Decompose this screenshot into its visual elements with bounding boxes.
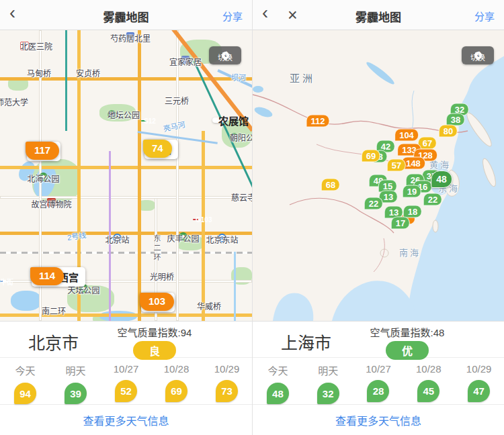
more-weather-link[interactable]: 查看更多天气信息	[83, 412, 169, 428]
map-label-text: 牛街	[0, 277, 13, 287]
aqi-pin-marker[interactable]: 57	[387, 159, 406, 172]
map-switch-button[interactable]: ⇄ 切换	[209, 46, 241, 64]
map-label-box: 农展馆	[212, 117, 224, 123]
map-label-text: 庆丰公园	[167, 232, 200, 244]
share-button[interactable]: 分享	[222, 9, 243, 23]
forecast-day-label: 明天	[65, 363, 85, 377]
map-label-text: 三元桥	[165, 95, 189, 106]
header-left: ‹ 雾霾地图 分享	[0, 0, 252, 30]
forecast-aqi-pin: 45	[417, 380, 439, 402]
aqi-pin-marker[interactable]: 17	[391, 217, 410, 230]
map-label-text: 故宫博物院	[32, 198, 72, 209]
map-label-text: G103	[196, 216, 212, 224]
header-right: ‹ × 雾霾地图 分享	[253, 0, 504, 30]
forecast-column: 今天48	[253, 358, 303, 404]
forecast-day-label: 10/28	[164, 363, 190, 375]
forecast-day-label: 10/27	[114, 363, 139, 375]
map-label-text: 坝河	[231, 72, 246, 83]
map-label-text: 慈云寺桥	[231, 191, 252, 203]
map-label-place: ♣地坛公园	[108, 110, 116, 119]
forecast-day-label: 10/28	[416, 363, 442, 375]
more-weather-row: 查看更多天气信息	[253, 404, 504, 435]
map-label-text: 北京东站	[206, 234, 239, 245]
map-label-place: ♣朝阳公	[230, 133, 239, 142]
map-label-place: ♣北海公园	[39, 173, 48, 181]
more-weather-link[interactable]: 查看更多天气信息	[335, 412, 421, 428]
forecast-column: 明天39	[50, 358, 101, 404]
aqi-summary: 空气质量指数:48 优	[347, 325, 468, 360]
forecast-aqi-pin: 39	[65, 383, 87, 404]
share-button[interactable]: 分享	[474, 9, 495, 23]
forecast-column: 10/2947	[454, 358, 504, 404]
map-label-text: 华威桥	[197, 300, 221, 311]
forecast-day-label: 10/27	[366, 363, 391, 375]
forecast-column: 10/2752	[101, 358, 151, 404]
china-overview-map[interactable]: 亚洲黄海东海南海 1123238801046742133869128148573…	[253, 30, 504, 321]
aqi-pin-marker[interactable]: 69	[362, 150, 380, 162]
marker-aqi-value: 114	[30, 267, 64, 285]
forecast-day-label: 今天	[15, 363, 35, 377]
forecast-day-label: 今天	[267, 363, 288, 377]
map-label-badge-blue: 牛街	[0, 281, 3, 282]
forecast-aqi-pin: 94	[14, 383, 36, 404]
map-label-place: ⌂宜家家居	[181, 56, 190, 64]
map-label-text: 南二环	[42, 305, 66, 316]
map-label-place: +北医三院	[20, 42, 29, 50]
aqi-index-text: 空气质量指数:94	[94, 325, 215, 339]
map-label-text: 东二环	[151, 234, 162, 262]
screen-beijing: ‹ 雾霾地图 分享 +北医三院≡芍药居北里⌂宜家家居马甸桥安贞桥三元桥师范大学坝…	[0, 0, 252, 435]
aqi-pin-marker[interactable]: 22	[423, 193, 442, 206]
map-label-place: ♣庆丰公园	[179, 232, 187, 241]
map-label-badge-green: S12	[141, 120, 146, 122]
forecast-day-label: 10/29	[214, 363, 240, 375]
map-label-text: 宜家家居	[169, 56, 202, 67]
aqi-pin-marker[interactable]: 68	[321, 179, 340, 191]
map-label-text: 芍药居北里	[110, 32, 151, 44]
map-label-text: 亚洲	[290, 70, 315, 85]
forecast-column: 今天94	[0, 358, 50, 404]
map-label-text: 朝阳公	[230, 132, 252, 143]
switch-label: 切换	[470, 52, 485, 62]
map-label-badge-red: G103	[193, 219, 198, 220]
map-label-text: 北医三院	[20, 40, 52, 52]
forecast-aqi-pin: 52	[115, 380, 137, 402]
aqi-level-badge: 优	[386, 341, 429, 360]
city-name: 上海市	[281, 330, 331, 354]
screen-shanghai: ‹ × 雾霾地图 分享	[252, 0, 504, 435]
forecast-column: 10/2973	[202, 358, 252, 404]
map-label-text: S12	[144, 117, 156, 125]
aqi-pin-marker[interactable]: 80	[439, 125, 458, 138]
city-info-panel: 北京市 空气质量指数:94 良	[0, 321, 252, 357]
marker-aqi-value: 74	[143, 140, 172, 158]
page-title: 雾霾地图	[0, 8, 252, 25]
app-window: ‹ 雾霾地图 分享 +北医三院≡芍药居北里⌂宜家家居马甸桥安贞桥三元桥师范大学坝…	[0, 0, 504, 435]
marker-aqi-value: 103	[140, 293, 174, 311]
forecast-column: 明天32	[303, 358, 353, 404]
map-label-text: 农展馆	[218, 113, 249, 128]
map-label-text: 地坛公园	[108, 109, 140, 120]
beijing-street-map[interactable]: +北医三院≡芍药居北里⌂宜家家居马甸桥安贞桥三元桥师范大学坝河亮马河♣地坛公园S…	[0, 30, 252, 321]
more-weather-row: 查看更多天气信息	[0, 404, 252, 435]
forecast-column: 10/2869	[151, 358, 202, 404]
aqi-pin-marker[interactable]: 22	[364, 197, 383, 210]
forecast-row: 今天48明天3210/272810/284510/2947	[253, 357, 504, 404]
aqi-pin-marker[interactable]: 112	[306, 115, 330, 128]
forecast-column: 10/2728	[353, 358, 404, 404]
aqi-pin-marker[interactable]: 104	[394, 129, 419, 142]
forecast-day-label: 10/29	[466, 363, 492, 375]
map-label-text: 光明桥	[150, 271, 174, 282]
map-label-place: 北京东站	[218, 234, 226, 242]
aqi-pin-marker[interactable]: 18	[403, 205, 422, 218]
aqi-pin-marker[interactable]: 19	[403, 185, 421, 198]
map-label-text: 安贞桥	[76, 67, 100, 79]
forecast-aqi-pin: 28	[367, 380, 389, 402]
forecast-aqi-pin: 73	[216, 380, 238, 402]
forecast-row: 今天94明天3910/275210/286910/2973	[0, 357, 252, 404]
forecast-aqi-pin: 48	[267, 383, 289, 404]
map-switch-button[interactable]: ⇄ 切换	[462, 46, 494, 64]
map-label-text: 南海	[399, 246, 421, 258]
aqi-pin-marker[interactable]: 48	[431, 171, 452, 188]
map-label-place: ≡芍药居北里	[126, 32, 134, 40]
marker-aqi-value: 117	[26, 142, 59, 160]
map-label-text: 师范大学	[0, 96, 28, 107]
